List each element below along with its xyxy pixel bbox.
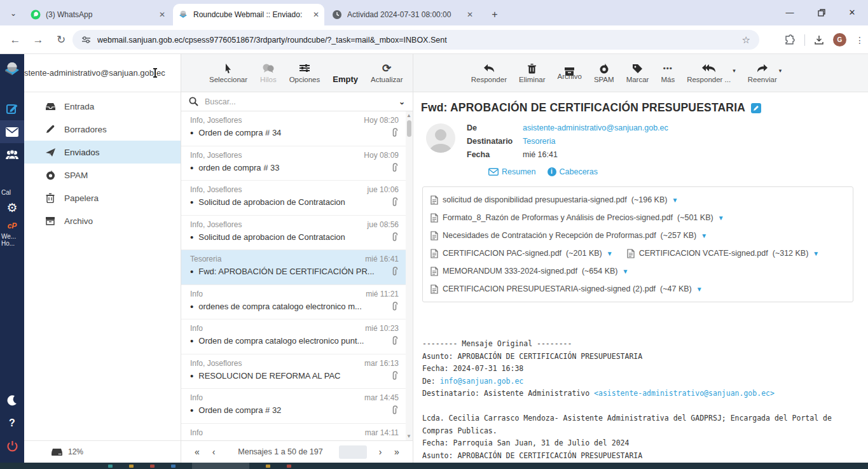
summary-link[interactable]: Resumen	[488, 167, 536, 176]
message-row-selected[interactable]: Tesoreriamié 16:41 •Fwd: APROBACIÓN DE C…	[181, 250, 413, 285]
reply-all-group[interactable]: Responder ... ▾	[687, 62, 736, 83]
forward-button[interactable]: Reenviar	[748, 62, 777, 83]
search-options-chevron-icon[interactable]: ⌄	[399, 97, 405, 106]
folder-entrada[interactable]: Entrada	[24, 95, 181, 118]
message-row[interactable]: Info, JosefloresHoy 08:09 •orden de comp…	[181, 146, 413, 181]
mail-icon[interactable]	[0, 120, 24, 143]
minimize-button[interactable]: —	[775, 0, 804, 25]
folder-enviados[interactable]: Enviados	[24, 141, 181, 164]
tab-whatsapp[interactable]: (3) WhatsApp ✕	[25, 4, 170, 25]
calendar-label[interactable]: Cal	[0, 189, 24, 196]
folder-papelera[interactable]: Papelera	[24, 186, 181, 209]
last-page-icon[interactable]: »	[389, 447, 405, 457]
taskbar-app-icon[interactable]	[129, 465, 134, 468]
scroll-down-icon[interactable]: ▼	[406, 433, 411, 439]
account-email[interactable]: stente-administrativo@sanjuan.gobec	[24, 54, 181, 92]
message-row[interactable]: Infomié 11:21 •ordenes de compra catalog…	[181, 285, 413, 320]
downloads-icon[interactable]	[814, 35, 824, 45]
taskbar-app-icon[interactable]	[108, 465, 113, 468]
webmail-home-label[interactable]: We... Ho...	[0, 233, 24, 247]
delete-button[interactable]: Eliminar	[519, 62, 546, 83]
tab-close-icon[interactable]: ✕	[467, 10, 473, 19]
site-settings-icon[interactable]	[81, 35, 91, 45]
body-to-link[interactable]: <asistente-administrativo@sanjuan.gob.ec…	[594, 389, 775, 398]
attachment-menu-caret-icon[interactable]: ▼	[623, 268, 629, 275]
scroll-up-icon[interactable]: ▲	[406, 113, 411, 118]
cpanel-icon[interactable]: cP	[0, 219, 24, 233]
first-page-icon[interactable]: «	[189, 447, 205, 457]
open-in-window-icon[interactable]	[751, 103, 761, 113]
message-row[interactable]: Infomar 14:45 •Orden de compra # 32	[181, 389, 413, 424]
folder-borradores[interactable]: Borradores	[24, 118, 181, 141]
logout-power-icon[interactable]	[0, 435, 24, 458]
settings-gear-icon[interactable]: ⚙	[0, 196, 24, 219]
page-input[interactable]	[339, 445, 367, 459]
new-tab-button[interactable]: +	[487, 7, 502, 22]
chrome-menu-icon[interactable]: ⋮	[855, 35, 864, 45]
attachment-item[interactable]: Necesidades de Contratación y Recepción …	[431, 231, 707, 241]
extensions-icon[interactable]	[784, 34, 796, 46]
tab-roundcube[interactable]: Roundcube Webmail :: Enviado: ✕	[173, 4, 324, 25]
compose-icon[interactable]	[0, 97, 24, 120]
select-button[interactable]: Seleccionar	[209, 62, 247, 83]
scroll-thumb[interactable]	[407, 120, 411, 137]
contacts-icon[interactable]	[0, 143, 24, 166]
attachment-item[interactable]: CERTIFICACION PAC-signed.pdf (~201 KB) ▼	[431, 249, 613, 258]
attachment-menu-caret-icon[interactable]: ▼	[718, 214, 724, 221]
dark-mode-moon-icon[interactable]	[0, 389, 24, 412]
taskbar-app-icon[interactable]	[287, 465, 291, 468]
more-button[interactable]: ••• Más	[661, 62, 675, 83]
attachment-menu-caret-icon[interactable]: ▼	[701, 232, 707, 239]
refresh-button[interactable]: ⟳ Actualizar	[371, 62, 403, 83]
next-page-icon[interactable]: ›	[372, 447, 389, 457]
bookmark-star-icon[interactable]: ☆	[742, 34, 750, 46]
attachment-menu-caret-icon[interactable]: ▼	[607, 250, 613, 257]
forward-icon[interactable]: →	[31, 32, 46, 48]
profile-avatar[interactable]: G	[833, 33, 846, 46]
attachment-menu-caret-icon[interactable]: ▼	[672, 197, 678, 204]
forward-caret-icon[interactable]: ▾	[779, 67, 782, 74]
close-button[interactable]: ✕	[837, 0, 867, 25]
reload-icon[interactable]: ↻	[53, 32, 69, 48]
message-row[interactable]: Info, Josefloresjue 10:06 •Solicitud de …	[181, 181, 413, 216]
help-icon[interactable]: ?	[0, 412, 24, 435]
archive-button[interactable]: Archivo	[558, 66, 582, 80]
attachment-item[interactable]: solicitud de disponibilidad presupuestar…	[431, 195, 678, 205]
tab-actividad[interactable]: Actividad 2024-07-31 08:00:00 ✕	[327, 4, 478, 25]
url-text[interactable]: webmail.sanjuan.gob.ec/cpsess9776051867/…	[97, 36, 742, 45]
taskbar-app-icon[interactable]	[150, 465, 155, 468]
omnibox[interactable]: webmail.sanjuan.gob.ec/cpsess9776051867/…	[72, 30, 759, 50]
attachment-menu-caret-icon[interactable]: ▼	[696, 286, 703, 293]
message-row[interactable]: Info, Josefloresmar 16:13 •RESOLUCION DE…	[181, 354, 413, 389]
forward-group[interactable]: Reenviar ▾	[748, 62, 782, 83]
search-input[interactable]	[205, 97, 392, 106]
tab-close-icon[interactable]: ✕	[159, 10, 165, 19]
tab-search-icon[interactable]: ⌄	[5, 6, 22, 20]
attachment-item[interactable]: CERTIFICACION PRESUPUESTARIA-signed-sign…	[431, 284, 703, 294]
message-row[interactable]: Infomar 14:11	[181, 424, 413, 441]
message-row[interactable]: Info, Josefloresjue 08:56 •Solicitud de …	[181, 216, 413, 251]
to-address[interactable]: Tesoreria	[523, 137, 555, 146]
mark-button[interactable]: Marcar	[626, 62, 649, 83]
taskbar-app-icon[interactable]	[266, 465, 270, 468]
reply-all-caret-icon[interactable]: ▾	[733, 67, 736, 74]
message-row[interactable]: Info, JosefloresHoy 08:20 •Orden de comp…	[181, 111, 413, 146]
back-icon[interactable]: ←	[8, 32, 23, 48]
reply-all-button[interactable]: Responder ...	[687, 62, 731, 83]
from-address[interactable]: asistente-administrativo@sanjuan.gob.ec	[523, 123, 668, 132]
options-button[interactable]: Opciones	[289, 62, 320, 83]
folder-spam[interactable]: SPAM	[24, 164, 181, 186]
os-taskbar[interactable]	[0, 463, 868, 469]
attachment-item[interactable]: CERTIFICACION VCATE-signed.pdf (~312 KB)…	[627, 249, 820, 258]
list-scrollbar[interactable]: ▲ ▼	[406, 111, 413, 440]
headers-link[interactable]: i Cabeceras	[548, 167, 598, 176]
body-from-link[interactable]: info@sanjuan.gob.ec	[440, 377, 524, 386]
taskbar-active-app[interactable]	[192, 463, 249, 469]
folder-archivo[interactable]: Archivo	[24, 209, 181, 232]
spam-button[interactable]: SPAM	[594, 62, 614, 83]
taskbar-app-icon[interactable]	[171, 465, 176, 468]
message-row[interactable]: Infomié 10:23 •Orden de compra catalogo …	[181, 319, 413, 354]
attachment-menu-caret-icon[interactable]: ▼	[813, 250, 819, 257]
maximize-button[interactable]	[807, 0, 836, 25]
attachment-item[interactable]: MEMORANDUM 333-2024-signed.pdf (~654 KB)…	[431, 267, 628, 276]
